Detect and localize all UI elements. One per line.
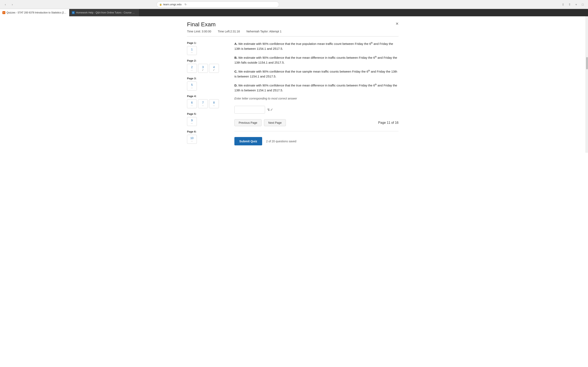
page-3-grid: 5 -- <box>187 82 228 91</box>
page-3-label: Page 3: <box>187 77 228 80</box>
tab-1-title: Quizzes - STAT 200 6378 Introduction to … <box>7 11 67 14</box>
scrollbar-thumb[interactable] <box>586 57 588 69</box>
answer-options: A. We estimate with 90% confidence that … <box>234 42 398 93</box>
page-section-3: Page 3: 5 -- <box>187 77 228 91</box>
page-6-grid: 10 -- <box>187 135 228 144</box>
page-section-6: Page 6: 10 -- <box>187 130 228 144</box>
content-divider <box>234 131 398 131</box>
previous-page-button[interactable]: Previous Page <box>234 119 261 126</box>
forward-button[interactable]: › <box>9 2 15 7</box>
share-button[interactable]: ⇧ <box>567 2 572 7</box>
answer-instruction: Enter letter corresponding to most corre… <box>234 97 398 100</box>
close-button[interactable]: × <box>396 21 398 26</box>
window-button[interactable]: □ <box>580 2 586 7</box>
download-button[interactable]: ⇩ <box>560 2 566 7</box>
answer-option-b: B. We estimate with 90% confidence that … <box>234 55 398 65</box>
page-section-4: Page 4: 6 -- 7 -- 8 <box>187 95 228 108</box>
tab-2[interactable]: C Homework Help - Q&A from Online Tutors… <box>69 9 139 16</box>
question-num-8: 8 <box>213 101 215 104</box>
sidebar: Page 1: 1 -- Page 2: 2 <box>187 42 228 148</box>
page-4-grid: 6 -- 7 -- 8 -- <box>187 99 228 108</box>
question-num-5: 5 <box>191 83 193 86</box>
question-status-10: -- <box>191 140 193 142</box>
time-limit: Time Limit: 3:00:00 <box>187 30 211 33</box>
question-status-3: ✓ <box>202 69 204 71</box>
answer-input-area: ↯✓ <box>234 106 398 114</box>
saved-status: 2 of 20 questions saved <box>266 140 296 143</box>
question-status-6: -- <box>191 104 193 107</box>
question-box-2[interactable]: 2 -- <box>187 64 197 73</box>
question-box-9[interactable]: 9 -- <box>187 117 197 126</box>
question-num-6: 6 <box>191 101 193 104</box>
question-box-10[interactable]: 10 -- <box>187 135 197 144</box>
page-section-1: Page 1: 1 -- <box>187 42 228 55</box>
question-num-2: 2 <box>191 66 193 69</box>
exam-container: Final Exam Time Limit: 3:00:00 Time Left… <box>181 16 405 153</box>
browser-actions: ⇩ ⇧ + □ <box>560 2 586 7</box>
answer-option-c: C. We estimate with 90% confidence that … <box>234 69 398 79</box>
exam-title: Final Exam <box>187 21 398 28</box>
answer-option-d: D. We estimate with 90% confidence that … <box>234 83 398 93</box>
tab-1[interactable]: U Quizzes - STAT 200 6378 Introduction t… <box>0 9 69 16</box>
scrollbar-track <box>586 16 588 153</box>
question-status-1: -- <box>191 51 193 53</box>
page-2-label: Page 2: <box>187 59 228 62</box>
answer-input[interactable] <box>234 106 265 114</box>
page-5-grid: 9 -- <box>187 117 228 126</box>
bottom-bar: Submit Quiz 2 of 20 questions saved <box>234 134 398 148</box>
url-text: learn.umgc.edu <box>163 3 182 6</box>
page-1-grid: 1 -- <box>187 46 228 55</box>
question-status-8: -- <box>213 104 215 107</box>
next-page-button[interactable]: Next Page <box>264 119 286 126</box>
exam-header: Final Exam Time Limit: 3:00:00 Time Left… <box>187 21 398 36</box>
question-box-4[interactable]: 4 ✓ <box>209 64 219 73</box>
student-info: Nehemiah Taylor: Attempt 1 <box>246 30 282 33</box>
page-5-label: Page 5: <box>187 112 228 115</box>
question-num-10: 10 <box>190 136 194 140</box>
exam-meta: Time Limit: 3:00:00 Time Left:2:31:16 Ne… <box>187 30 398 33</box>
page-4-label: Page 4: <box>187 95 228 98</box>
tab-bar: U Quizzes - STAT 200 6378 Introduction t… <box>0 9 588 16</box>
time-left: Time Left:2:31:16 <box>218 30 240 33</box>
question-num-9: 9 <box>191 119 193 122</box>
browser-controls: ‹ › <box>2 2 15 7</box>
question-box-5[interactable]: 5 -- <box>187 82 197 91</box>
question-num-1: 1 <box>191 48 193 51</box>
question-box-1[interactable]: 1 -- <box>187 46 197 55</box>
question-area: A. We estimate with 90% confidence that … <box>234 42 398 148</box>
page-section-5: Page 5: 9 -- <box>187 112 228 126</box>
question-status-5: -- <box>191 86 193 89</box>
question-status-9: -- <box>191 122 193 124</box>
question-status-7: -- <box>202 104 204 107</box>
page-2-grid: 2 -- 3 ✓ 4 ✓ <box>187 64 228 73</box>
page-indicator: Page 11 of 16 <box>378 121 398 125</box>
answer-option-a: A. We estimate with 90% confidence that … <box>234 42 398 51</box>
question-num-3: 3 <box>202 66 204 69</box>
page-1-label: Page 1: <box>187 42 228 44</box>
page-section-2: Page 2: 2 -- 3 ✓ 4 <box>187 59 228 73</box>
question-status-4: ✓ <box>213 69 215 71</box>
question-box-8[interactable]: 8 -- <box>209 99 219 108</box>
back-button[interactable]: ‹ <box>2 2 8 7</box>
browser-chrome: ‹ › 🔒 learn.umgc.edu ↻ ⇩ ⇧ + □ <box>0 0 588 9</box>
spell-check-icon: ↯✓ <box>267 108 273 112</box>
question-num-4: 4 <box>213 66 215 69</box>
question-box-7[interactable]: 7 -- <box>198 99 208 108</box>
nav-buttons: Previous Page Next Page Page 11 of 16 <box>234 119 398 126</box>
content-area: Page 1: 1 -- Page 2: 2 <box>187 42 398 148</box>
page-6-label: Page 6: <box>187 130 228 133</box>
question-num-7: 7 <box>202 101 204 104</box>
question-box-6[interactable]: 6 -- <box>187 99 197 108</box>
new-tab-button[interactable]: + <box>573 2 579 7</box>
address-bar[interactable]: 🔒 learn.umgc.edu ↻ <box>156 1 279 8</box>
question-status-2: -- <box>191 69 193 71</box>
reload-button[interactable]: ↻ <box>183 2 188 7</box>
submit-quiz-button[interactable]: Submit Quiz <box>234 137 262 145</box>
question-box-3[interactable]: 3 ✓ <box>198 64 208 73</box>
tab-2-title: Homework Help - Q&A from Online Tutors -… <box>76 11 136 14</box>
lock-icon: 🔒 <box>159 3 162 6</box>
